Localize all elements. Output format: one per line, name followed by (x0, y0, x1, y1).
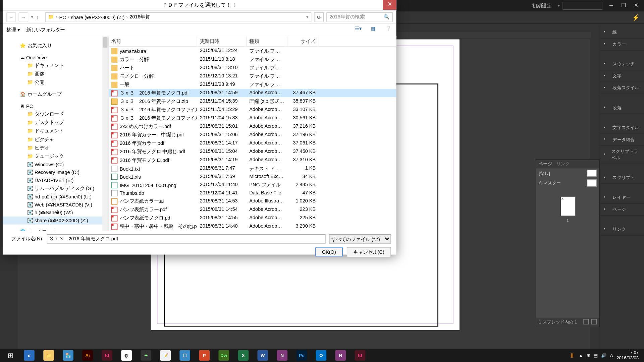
refresh-button[interactable]: ⟳ (314, 12, 324, 22)
file-row[interactable]: ハート2015/08/31 13:10ファイル フォルダー (109, 64, 396, 72)
file-row[interactable]: ３ｘ３ 2016 年賀モノクロファイル小２.pdf2015/11/04 15:3… (109, 114, 396, 122)
filename-input[interactable] (47, 234, 326, 244)
close-button[interactable]: ✕ (630, 1, 642, 10)
app-search[interactable] (562, 2, 602, 10)
file-list[interactable]: 名前 更新日時 種類 サイズ yamazakura2015/08/31 12:2… (109, 36, 396, 231)
panel-item-6[interactable]: ▪文字スタイル (600, 122, 644, 134)
tree-item[interactable]: 💽 Web (¥¥NASF3ACD8) (V:) (3, 201, 108, 209)
view-menu-icon[interactable]: ☰▾ (354, 25, 363, 34)
file-row[interactable]: 2016 年賀モノクロ 中綴じ.pdf2015/08/31 15:04Adobe… (109, 147, 396, 156)
minimize-button[interactable]: ─ (605, 1, 618, 10)
new-page-icon[interactable] (583, 319, 589, 324)
nav-tree[interactable]: ⭐ お気に入り☁ OneDrive📁 ドキュメント📁 画像📁 公開🏠 ホームグル… (3, 36, 109, 231)
tray-icon[interactable]: ▤ (594, 353, 598, 358)
taskbar-app[interactable]: Ai (78, 349, 97, 362)
tree-item[interactable]: 📁 ドキュメント (3, 61, 108, 70)
column-headers[interactable]: 名前 更新日時 種類 サイズ (109, 36, 396, 47)
taskbar-app[interactable]: Dw (214, 349, 233, 362)
tree-item[interactable]: 📁 ピクチャ (3, 135, 108, 144)
file-row[interactable]: 2016 年賀カラー.pdf2015/08/31 14:17Adobe Acro… (109, 139, 396, 147)
taskbar-app[interactable]: W (253, 349, 272, 362)
taskbar-app[interactable]: ⊞ (2, 349, 19, 362)
file-row[interactable]: カラー 分解2015/11/10 8:18ファイル フォルダー (109, 55, 396, 64)
tree-scrollbar[interactable] (102, 36, 108, 231)
volume-icon[interactable]: 🔊 (601, 353, 606, 358)
cancel-button[interactable]: キャンセル(C) (346, 247, 391, 257)
panel-item-4[interactable]: ▪段落スタイル (600, 82, 644, 94)
ime-indicator[interactable]: A (610, 353, 613, 358)
master-a[interactable]: A-マスター (539, 180, 561, 186)
panel-item-10[interactable]: ▪レイヤー (600, 192, 644, 204)
file-row[interactable]: ３ｘ３ 2016 年賀モノクロ.zip2015/11/04 15:39圧縮 (z… (109, 97, 396, 106)
forward-button[interactable]: → (18, 12, 28, 22)
file-row[interactable]: Book1.xls2015/08/31 7:59Microsoft Excel … (109, 173, 396, 181)
recent-dropdown[interactable]: ▾ (31, 14, 34, 20)
taskbar-app[interactable]: Id (350, 349, 370, 362)
file-row[interactable]: yamazakura2015/08/31 12:24ファイル フォルダー (109, 47, 396, 55)
up-button[interactable]: ↑ (36, 14, 39, 20)
col-type[interactable]: 種類 (247, 36, 287, 46)
file-row[interactable]: 2016 年賀モノクロ.pdf2015/08/31 14:19Adobe Acr… (109, 156, 396, 164)
tree-item[interactable]: 💽 Windows (C:) (3, 161, 108, 169)
panel-item-7[interactable]: ▪データ結合 (600, 134, 644, 146)
links-tab[interactable]: リンク (556, 161, 570, 167)
help-icon[interactable]: ❔ (384, 25, 393, 34)
taskbar-app[interactable]: 📁 (39, 349, 58, 362)
tree-item[interactable]: 🌐 ネットワーク (3, 228, 108, 231)
delete-page-icon[interactable] (591, 319, 597, 324)
file-row[interactable]: ３ｘ３ 2016 年賀モノクロファイル小.pdf2015/11/04 15:29… (109, 106, 396, 114)
taskbar-app[interactable]: N (272, 349, 292, 362)
file-row[interactable]: 2016 年賀カラー 中綴じ.pdf2015/08/31 15:06Adobe … (109, 131, 396, 139)
file-row[interactable]: IMG_20151204_0001.png2015/12/04 11:40PNG… (109, 181, 396, 189)
breadcrumb[interactable]: 📁 › PC› share (¥¥PX2-300D) (Z:)› 2016年賀 … (45, 12, 312, 22)
tree-item[interactable]: 💽 Recovery Image (D:) (3, 168, 108, 176)
taskbar-app[interactable]: 🏪 (58, 349, 78, 362)
new-folder-button[interactable]: 新しいフォルダー (26, 26, 65, 33)
panel-item-2[interactable]: ▪スウォッチ (600, 58, 644, 70)
tree-item[interactable]: 📁 デスクトップ (3, 118, 108, 127)
tree-item[interactable]: 📁 ビデオ (3, 144, 108, 152)
tree-item[interactable]: 💽 hd-pu2 (e) (¥¥Sanei0) (U:) (3, 193, 108, 201)
tree-item[interactable]: 📁 ダウンロード (3, 110, 108, 118)
maximize-button[interactable]: ☐ (618, 1, 630, 10)
panel-item-3[interactable]: ▪文字 (600, 70, 644, 82)
tree-item[interactable]: 📁 公開 (3, 78, 108, 86)
tree-item[interactable]: 🖥 PC (3, 102, 108, 110)
file-row[interactable]: Book1.txt2015/08/31 7:47テキスト ドキュメント1 KB (109, 165, 396, 173)
system-tray[interactable]: ⏸ ▲ ⊞ ▤ 🔊 A 7:07 2016/03/03 (569, 350, 642, 361)
tree-item[interactable]: ☁ OneDrive (3, 54, 108, 62)
file-row[interactable]: モノクロ 分解2015/12/10 13:21ファイル フォルダー (109, 72, 396, 80)
organize-menu[interactable]: 整理 ▾ (6, 26, 20, 33)
taskbar[interactable]: ⊞e📁🏪AiId◐✦📝☐PDwXWNPsONId ⏸ ▲ ⊞ ▤ 🔊 A 7:0… (0, 349, 644, 362)
panel-item-12[interactable]: ▪リンク (600, 224, 644, 236)
col-size[interactable]: サイズ (287, 36, 318, 46)
tray-icon[interactable]: ▲ (579, 353, 583, 358)
pages-panel[interactable]: ページ リンク [なし] A-マスター 1 1 スプレッド内の 1 (536, 159, 600, 327)
taskbar-app[interactable]: P (195, 349, 214, 362)
file-row[interactable]: 3x3 めんつけカラー.pdf2015/08/31 15:01Adobe Acr… (109, 122, 396, 131)
taskbar-app[interactable]: ☐ (175, 349, 195, 362)
file-row[interactable]: パンフ表紙カラー.ai2015/08/31 14:53Adobe Illustr… (109, 197, 396, 205)
tree-item[interactable]: 💽 share (¥¥PX2-300D) (Z:) (3, 217, 108, 225)
panel-item-8[interactable]: ▪スクリプトラベル (600, 146, 644, 164)
file-row[interactable]: Thumbs.db2015/12/04 11:41Data Base File4… (109, 189, 396, 197)
file-row[interactable]: パンフ表紙モノクロ.pdf2015/08/31 14:55Adobe Acrob… (109, 214, 396, 222)
tree-item[interactable]: 📁 ミュージック (3, 152, 108, 161)
ok-button[interactable]: OK(O) (315, 247, 342, 256)
panel-item-5[interactable]: ▪段落 (600, 102, 644, 114)
file-row[interactable]: 喪中・寒中・暑中・残暑 その他.pdf2015/08/31 14:40Adobe… (109, 222, 396, 231)
col-name[interactable]: 名前 (109, 36, 197, 46)
master-thumb-a[interactable] (587, 179, 597, 186)
master-none[interactable]: [なし] (539, 170, 550, 176)
taskbar-app[interactable]: e (19, 349, 39, 362)
tree-item[interactable]: 📁 ドキュメント (3, 127, 108, 135)
taskbar-app[interactable]: O (311, 349, 331, 362)
page-thumbnail[interactable] (560, 197, 575, 216)
tree-item[interactable]: 💽 DATADRIVE1 (E:) (3, 176, 108, 184)
tray-up-icon[interactable]: ⏸ (569, 352, 575, 359)
file-row[interactable]: パンフ表紙カラー.pdf2015/08/31 14:54Adobe Acroba… (109, 205, 396, 214)
dialog-close-button[interactable]: ✕ (383, 0, 396, 10)
filter-select[interactable]: すべてのファイル (*.*) (329, 234, 391, 244)
pages-tab[interactable]: ページ (539, 161, 552, 167)
taskbar-app[interactable]: ◐ (117, 349, 136, 362)
